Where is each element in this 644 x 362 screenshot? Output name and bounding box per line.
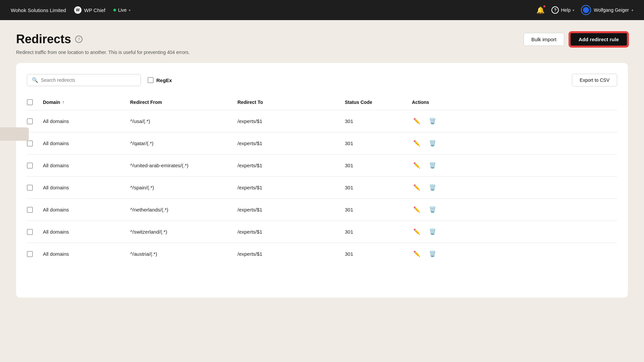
row-status-code-5: 301: [345, 229, 412, 235]
edit-button-2[interactable]: ✏️: [412, 161, 422, 170]
row-redirect-from-2: ^/united-arab-emirates/(.*): [130, 163, 237, 168]
row-redirect-from-1: ^/qatar/(.*): [130, 140, 237, 146]
search-input[interactable]: [41, 77, 136, 83]
table-row: All domains ^/austria/(.*) /experts/$1 3…: [27, 243, 617, 265]
row-redirect-to-6: /experts/$1: [237, 251, 345, 257]
regex-label-text: RegEx: [156, 77, 172, 83]
row-status-code-0: 301: [345, 118, 412, 124]
row-domain-4: All domains: [43, 207, 130, 213]
row-checkbox-6[interactable]: [27, 251, 43, 257]
row-actions-3: ✏️ 🗑️: [412, 183, 617, 192]
chevron-down-icon: ▾: [573, 8, 574, 12]
row-checkbox-5[interactable]: [27, 229, 43, 235]
row-actions-0: ✏️ 🗑️: [412, 116, 617, 126]
delete-button-2[interactable]: 🗑️: [428, 161, 437, 170]
row-status-code-6: 301: [345, 251, 412, 257]
row-checkbox-2[interactable]: [27, 163, 43, 169]
row-checkbox-1[interactable]: [27, 140, 43, 146]
edit-button-3[interactable]: ✏️: [412, 183, 422, 192]
delete-button-6[interactable]: 🗑️: [428, 249, 437, 259]
column-header-actions: Actions: [412, 100, 617, 105]
table-row: All domains ^/united-arab-emirates/(.*) …: [27, 155, 617, 177]
row-domain-5: All domains: [43, 229, 130, 235]
topnav-left: Wohok Solutions Limited W WP Chief Live …: [11, 6, 130, 14]
row-redirect-from-6: ^/austria/(.*): [130, 251, 237, 257]
wp-icon: W: [74, 6, 82, 14]
chevron-down-icon: ▾: [632, 8, 633, 12]
header-select-all-checkbox[interactable]: [27, 99, 43, 105]
row-checkbox-4[interactable]: [27, 207, 43, 213]
delete-button-3[interactable]: 🗑️: [428, 183, 437, 192]
redirects-table: Domain ↑ Redirect From Redirect To Statu…: [27, 96, 617, 265]
redirects-card: 🔍 RegEx Export to CSV: [16, 63, 628, 298]
edit-button-1[interactable]: ✏️: [412, 138, 422, 148]
edit-button-6[interactable]: ✏️: [412, 249, 422, 259]
row-redirect-to-2: /experts/$1: [237, 163, 345, 168]
delete-button-0[interactable]: 🗑️: [428, 116, 437, 126]
table-row: All domains ^/qatar/(.*) /experts/$1 301…: [27, 132, 617, 155]
row-domain-0: All domains: [43, 118, 130, 124]
edit-button-0[interactable]: ✏️: [412, 116, 422, 126]
row-actions-4: ✏️ 🗑️: [412, 205, 617, 215]
user-menu-button[interactable]: Wolfgang Geiger ▾: [581, 5, 633, 15]
help-label: Help: [561, 7, 571, 13]
delete-button-5[interactable]: 🗑️: [428, 227, 437, 237]
page-subtitle: Redirect traffic from one location to an…: [16, 50, 190, 55]
brand-name: Wohok Solutions Limited: [11, 7, 66, 13]
row-actions-1: ✏️ 🗑️: [412, 138, 617, 148]
search-left: 🔍 RegEx: [27, 74, 172, 86]
sidebar-tab[interactable]: [0, 127, 29, 141]
page-title-row: Redirects ?: [16, 32, 190, 46]
header-actions: Bulk import Add redirect rule: [524, 32, 628, 47]
export-csv-button[interactable]: Export to CSV: [572, 74, 617, 86]
user-avatar: [581, 5, 591, 15]
column-header-redirect-to: Redirect To: [237, 100, 345, 105]
table-row: All domains ^/usa/(.*) /experts/$1 301 ✏…: [27, 110, 617, 132]
row-redirect-to-1: /experts/$1: [237, 140, 345, 146]
row-domain-6: All domains: [43, 251, 130, 257]
row-redirect-from-3: ^/spain/(.*): [130, 185, 237, 190]
live-status[interactable]: Live ▾: [113, 7, 130, 13]
delete-button-1[interactable]: 🗑️: [428, 138, 437, 148]
table-header: Domain ↑ Redirect From Redirect To Statu…: [27, 96, 617, 110]
site-selector[interactable]: W WP Chief: [74, 6, 105, 14]
regex-checkbox-label[interactable]: RegEx: [148, 77, 172, 83]
live-label: Live: [118, 7, 127, 13]
page-header: Redirects ? Redirect traffic from one lo…: [16, 32, 628, 55]
help-button[interactable]: ? Help ▾: [551, 6, 574, 14]
row-status-code-1: 301: [345, 140, 412, 146]
add-redirect-rule-button[interactable]: Add redirect rule: [570, 32, 628, 47]
row-redirect-to-3: /experts/$1: [237, 185, 345, 190]
live-dot: [113, 9, 116, 11]
row-redirect-to-0: /experts/$1: [237, 118, 345, 124]
row-redirect-from-4: ^/netherlands/(.*): [130, 207, 237, 213]
row-checkbox-3[interactable]: [27, 185, 43, 191]
regex-checkbox[interactable]: [148, 77, 154, 83]
user-name: Wolfgang Geiger: [594, 7, 629, 13]
table-row: All domains ^/switzerland/(.*) /experts/…: [27, 221, 617, 243]
bulk-import-button[interactable]: Bulk import: [524, 33, 564, 46]
row-actions-6: ✏️ 🗑️: [412, 249, 617, 259]
search-icon: 🔍: [32, 77, 38, 83]
main-content: Redirects ? Redirect traffic from one lo…: [0, 20, 644, 362]
column-header-domain[interactable]: Domain ↑: [43, 100, 130, 105]
search-row: 🔍 RegEx Export to CSV: [27, 74, 617, 86]
row-status-code-3: 301: [345, 185, 412, 190]
row-redirect-from-5: ^/switzerland/(.*): [130, 229, 237, 235]
row-checkbox-0[interactable]: [27, 118, 43, 124]
row-actions-2: ✏️ 🗑️: [412, 161, 617, 170]
site-name: WP Chief: [84, 7, 105, 13]
row-redirect-to-5: /experts/$1: [237, 229, 345, 235]
search-box[interactable]: 🔍: [27, 74, 141, 86]
page-help-icon[interactable]: ?: [75, 36, 83, 43]
edit-button-4[interactable]: ✏️: [412, 205, 422, 215]
delete-button-4[interactable]: 🗑️: [428, 205, 437, 215]
edit-button-5[interactable]: ✏️: [412, 227, 422, 237]
column-header-redirect-from: Redirect From: [130, 100, 237, 105]
row-domain-2: All domains: [43, 163, 130, 168]
notifications-button[interactable]: 🔔: [536, 6, 545, 14]
row-redirect-from-0: ^/usa/(.*): [130, 118, 237, 124]
topnav: Wohok Solutions Limited W WP Chief Live …: [0, 0, 644, 20]
chevron-down-icon: ▾: [129, 8, 130, 12]
topnav-right: 🔔 ? Help ▾ Wolfgang Geiger ▾: [536, 5, 633, 15]
